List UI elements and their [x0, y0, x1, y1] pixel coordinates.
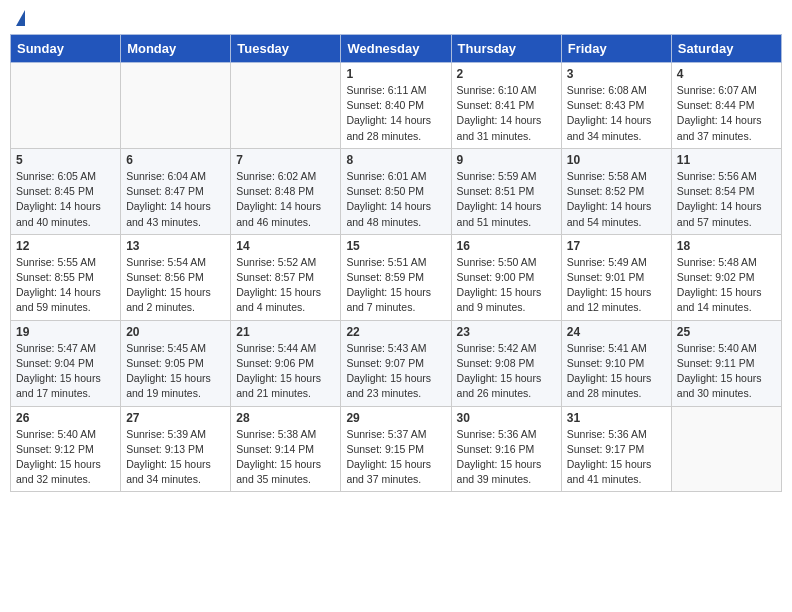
day-number: 17 [567, 239, 666, 253]
calendar-cell: 16Sunrise: 5:50 AM Sunset: 9:00 PM Dayli… [451, 234, 561, 320]
day-info: Sunrise: 5:40 AM Sunset: 9:11 PM Dayligh… [677, 341, 776, 402]
day-number: 4 [677, 67, 776, 81]
calendar-cell: 20Sunrise: 5:45 AM Sunset: 9:05 PM Dayli… [121, 320, 231, 406]
day-info: Sunrise: 5:40 AM Sunset: 9:12 PM Dayligh… [16, 427, 115, 488]
day-number: 30 [457, 411, 556, 425]
day-info: Sunrise: 5:39 AM Sunset: 9:13 PM Dayligh… [126, 427, 225, 488]
calendar-cell: 22Sunrise: 5:43 AM Sunset: 9:07 PM Dayli… [341, 320, 451, 406]
calendar-cell: 15Sunrise: 5:51 AM Sunset: 8:59 PM Dayli… [341, 234, 451, 320]
calendar-header-row: SundayMondayTuesdayWednesdayThursdayFrid… [11, 35, 782, 63]
day-info: Sunrise: 6:11 AM Sunset: 8:40 PM Dayligh… [346, 83, 445, 144]
day-number: 22 [346, 325, 445, 339]
day-number: 21 [236, 325, 335, 339]
page-header [10, 10, 782, 26]
calendar-header-wednesday: Wednesday [341, 35, 451, 63]
day-number: 7 [236, 153, 335, 167]
day-number: 5 [16, 153, 115, 167]
day-info: Sunrise: 5:41 AM Sunset: 9:10 PM Dayligh… [567, 341, 666, 402]
calendar-cell: 7Sunrise: 6:02 AM Sunset: 8:48 PM Daylig… [231, 148, 341, 234]
calendar-cell: 18Sunrise: 5:48 AM Sunset: 9:02 PM Dayli… [671, 234, 781, 320]
calendar-cell: 26Sunrise: 5:40 AM Sunset: 9:12 PM Dayli… [11, 406, 121, 492]
day-info: Sunrise: 5:50 AM Sunset: 9:00 PM Dayligh… [457, 255, 556, 316]
calendar-cell: 25Sunrise: 5:40 AM Sunset: 9:11 PM Dayli… [671, 320, 781, 406]
day-number: 3 [567, 67, 666, 81]
calendar-cell: 17Sunrise: 5:49 AM Sunset: 9:01 PM Dayli… [561, 234, 671, 320]
day-info: Sunrise: 6:04 AM Sunset: 8:47 PM Dayligh… [126, 169, 225, 230]
calendar-week-row: 12Sunrise: 5:55 AM Sunset: 8:55 PM Dayli… [11, 234, 782, 320]
calendar-cell: 3Sunrise: 6:08 AM Sunset: 8:43 PM Daylig… [561, 63, 671, 149]
day-number: 25 [677, 325, 776, 339]
day-info: Sunrise: 5:36 AM Sunset: 9:16 PM Dayligh… [457, 427, 556, 488]
calendar-cell: 1Sunrise: 6:11 AM Sunset: 8:40 PM Daylig… [341, 63, 451, 149]
day-info: Sunrise: 5:42 AM Sunset: 9:08 PM Dayligh… [457, 341, 556, 402]
day-number: 24 [567, 325, 666, 339]
calendar-header-thursday: Thursday [451, 35, 561, 63]
calendar-cell [121, 63, 231, 149]
calendar-cell: 19Sunrise: 5:47 AM Sunset: 9:04 PM Dayli… [11, 320, 121, 406]
day-number: 2 [457, 67, 556, 81]
calendar-header-saturday: Saturday [671, 35, 781, 63]
day-number: 10 [567, 153, 666, 167]
day-info: Sunrise: 6:07 AM Sunset: 8:44 PM Dayligh… [677, 83, 776, 144]
calendar-cell: 12Sunrise: 5:55 AM Sunset: 8:55 PM Dayli… [11, 234, 121, 320]
day-number: 16 [457, 239, 556, 253]
calendar-header-monday: Monday [121, 35, 231, 63]
day-number: 31 [567, 411, 666, 425]
calendar-cell: 23Sunrise: 5:42 AM Sunset: 9:08 PM Dayli… [451, 320, 561, 406]
calendar-cell: 28Sunrise: 5:38 AM Sunset: 9:14 PM Dayli… [231, 406, 341, 492]
day-info: Sunrise: 5:48 AM Sunset: 9:02 PM Dayligh… [677, 255, 776, 316]
calendar-cell: 27Sunrise: 5:39 AM Sunset: 9:13 PM Dayli… [121, 406, 231, 492]
calendar-cell: 13Sunrise: 5:54 AM Sunset: 8:56 PM Dayli… [121, 234, 231, 320]
day-info: Sunrise: 5:56 AM Sunset: 8:54 PM Dayligh… [677, 169, 776, 230]
calendar-cell: 21Sunrise: 5:44 AM Sunset: 9:06 PM Dayli… [231, 320, 341, 406]
day-info: Sunrise: 5:49 AM Sunset: 9:01 PM Dayligh… [567, 255, 666, 316]
logo [14, 10, 25, 26]
calendar-cell: 9Sunrise: 5:59 AM Sunset: 8:51 PM Daylig… [451, 148, 561, 234]
calendar-cell [231, 63, 341, 149]
calendar-header-tuesday: Tuesday [231, 35, 341, 63]
day-number: 28 [236, 411, 335, 425]
day-number: 23 [457, 325, 556, 339]
calendar-cell: 14Sunrise: 5:52 AM Sunset: 8:57 PM Dayli… [231, 234, 341, 320]
calendar-cell: 11Sunrise: 5:56 AM Sunset: 8:54 PM Dayli… [671, 148, 781, 234]
calendar-header-sunday: Sunday [11, 35, 121, 63]
day-info: Sunrise: 5:38 AM Sunset: 9:14 PM Dayligh… [236, 427, 335, 488]
calendar-cell: 31Sunrise: 5:36 AM Sunset: 9:17 PM Dayli… [561, 406, 671, 492]
calendar-header-friday: Friday [561, 35, 671, 63]
day-info: Sunrise: 5:43 AM Sunset: 9:07 PM Dayligh… [346, 341, 445, 402]
day-info: Sunrise: 6:10 AM Sunset: 8:41 PM Dayligh… [457, 83, 556, 144]
day-info: Sunrise: 6:08 AM Sunset: 8:43 PM Dayligh… [567, 83, 666, 144]
calendar-week-row: 1Sunrise: 6:11 AM Sunset: 8:40 PM Daylig… [11, 63, 782, 149]
day-number: 11 [677, 153, 776, 167]
day-info: Sunrise: 5:54 AM Sunset: 8:56 PM Dayligh… [126, 255, 225, 316]
day-info: Sunrise: 6:05 AM Sunset: 8:45 PM Dayligh… [16, 169, 115, 230]
calendar-cell: 24Sunrise: 5:41 AM Sunset: 9:10 PM Dayli… [561, 320, 671, 406]
day-info: Sunrise: 5:45 AM Sunset: 9:05 PM Dayligh… [126, 341, 225, 402]
day-info: Sunrise: 5:59 AM Sunset: 8:51 PM Dayligh… [457, 169, 556, 230]
calendar-cell: 10Sunrise: 5:58 AM Sunset: 8:52 PM Dayli… [561, 148, 671, 234]
day-number: 27 [126, 411, 225, 425]
calendar-table: SundayMondayTuesdayWednesdayThursdayFrid… [10, 34, 782, 492]
calendar-cell: 30Sunrise: 5:36 AM Sunset: 9:16 PM Dayli… [451, 406, 561, 492]
calendar-cell: 5Sunrise: 6:05 AM Sunset: 8:45 PM Daylig… [11, 148, 121, 234]
day-number: 26 [16, 411, 115, 425]
day-info: Sunrise: 5:52 AM Sunset: 8:57 PM Dayligh… [236, 255, 335, 316]
calendar-week-row: 26Sunrise: 5:40 AM Sunset: 9:12 PM Dayli… [11, 406, 782, 492]
day-number: 20 [126, 325, 225, 339]
calendar-cell: 6Sunrise: 6:04 AM Sunset: 8:47 PM Daylig… [121, 148, 231, 234]
calendar-week-row: 19Sunrise: 5:47 AM Sunset: 9:04 PM Dayli… [11, 320, 782, 406]
day-number: 8 [346, 153, 445, 167]
calendar-cell: 2Sunrise: 6:10 AM Sunset: 8:41 PM Daylig… [451, 63, 561, 149]
day-info: Sunrise: 5:37 AM Sunset: 9:15 PM Dayligh… [346, 427, 445, 488]
calendar-cell: 8Sunrise: 6:01 AM Sunset: 8:50 PM Daylig… [341, 148, 451, 234]
calendar-cell: 29Sunrise: 5:37 AM Sunset: 9:15 PM Dayli… [341, 406, 451, 492]
day-info: Sunrise: 5:58 AM Sunset: 8:52 PM Dayligh… [567, 169, 666, 230]
day-number: 6 [126, 153, 225, 167]
day-info: Sunrise: 5:36 AM Sunset: 9:17 PM Dayligh… [567, 427, 666, 488]
day-number: 14 [236, 239, 335, 253]
logo-triangle-icon [16, 10, 25, 26]
day-info: Sunrise: 5:47 AM Sunset: 9:04 PM Dayligh… [16, 341, 115, 402]
day-info: Sunrise: 6:01 AM Sunset: 8:50 PM Dayligh… [346, 169, 445, 230]
day-number: 12 [16, 239, 115, 253]
calendar-cell: 4Sunrise: 6:07 AM Sunset: 8:44 PM Daylig… [671, 63, 781, 149]
